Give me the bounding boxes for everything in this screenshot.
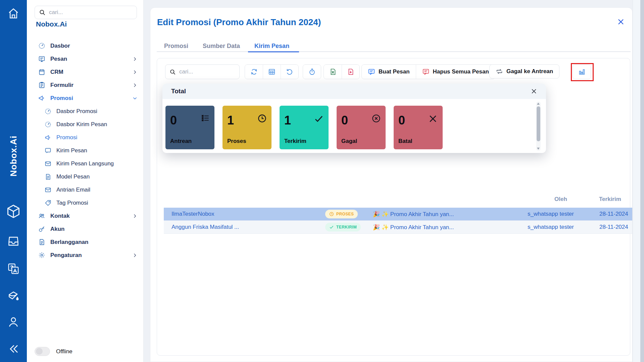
gagal-ke-antrean-button[interactable]: Gagal ke Antrean: [489, 64, 559, 79]
rail-brand-vertical: Nobox.Ai: [0, 114, 27, 198]
row-terkirim: 28-11-2024: [599, 211, 628, 217]
check-icon: [329, 225, 334, 229]
buat-pesan-button[interactable]: Buat Pesan: [362, 65, 416, 79]
clock-icon: [257, 114, 267, 123]
row-name[interactable]: Anggun Friska Masifatul ...: [171, 224, 239, 230]
row-oleh: s_whatsapp tester: [528, 211, 574, 217]
sidebar-nav: Dasbor Pesan CRM Formulir Promosi: [27, 39, 143, 262]
chevron-right-icon: [133, 70, 137, 74]
tab-underline: [157, 51, 631, 52]
table-search[interactable]: [165, 64, 240, 79]
excel-icon[interactable]: [324, 65, 342, 79]
page-scroll-thumb[interactable]: [640, 0, 644, 362]
document-icon: [45, 173, 51, 180]
status-badge: TERKIRIM: [325, 223, 361, 231]
table-row[interactable]: IlmaTesterNobox PROSES 🎉 ✨ Promo Akhir T…: [164, 208, 632, 221]
megaphone-icon: [38, 95, 45, 102]
megaphone-icon: [45, 134, 51, 141]
user-icon[interactable]: [7, 315, 20, 328]
row-message[interactable]: 🎉 ✨ Promo Akhir Tahun yan...: [373, 211, 454, 218]
repeat-icon: [496, 68, 503, 75]
chevron-right-icon: [133, 83, 137, 88]
stat-card-batal[interactable]: 0 Batal: [394, 106, 443, 149]
stat-card-gagal[interactable]: 0 Gagal: [337, 106, 386, 149]
column-header-terkirim[interactable]: Terkirim: [599, 196, 621, 203]
form-icon: [38, 82, 45, 89]
sidebar-search[interactable]: [35, 6, 137, 19]
table-search-input[interactable]: [179, 68, 235, 75]
tab-sumber-data[interactable]: Sumber Data: [203, 43, 240, 56]
icon-rail: Nobox.Ai: [0, 0, 27, 362]
home-icon[interactable]: [7, 7, 19, 19]
sidebar: Nobox.Ai Dasbor Pesan CRM Formulir: [27, 0, 144, 362]
sidebar-item-pesan[interactable]: Pesan: [27, 52, 143, 65]
total-popup: Total 0 Antrean 1 Proses 1 Terkirim: [162, 84, 546, 153]
sidebar-item-pengaturan[interactable]: Pengaturan: [27, 249, 143, 262]
popup-vertical-scrollbar[interactable]: [536, 102, 541, 151]
key-icon: [38, 225, 45, 232]
stopwatch-icon[interactable]: [303, 65, 321, 79]
message-actions-group: Buat Pesan Hapus Semua Pesan: [361, 64, 495, 79]
sidebar-item-dasbor[interactable]: Dasbor: [27, 39, 143, 52]
chart-button[interactable]: [573, 64, 591, 79]
page-vertical-scrollbar[interactable]: [633, 0, 644, 362]
sidebar-item-kirim-pesan-langsung[interactable]: Kirim Pesan Langsung: [27, 157, 143, 170]
popup-scroll-thumb[interactable]: [537, 106, 540, 141]
row-message[interactable]: 🎉 ✨ Promo Akhir Tahun yan...: [373, 224, 454, 231]
chevron-right-icon: [133, 253, 137, 258]
stat-card-proses[interactable]: 1 Proses: [222, 106, 271, 149]
paint-bucket-icon[interactable]: [7, 290, 20, 303]
sidebar-item-model-pesan[interactable]: Model Pesan: [27, 170, 143, 183]
tab-promosi[interactable]: Promosi: [164, 43, 188, 56]
stopwatch-group: [303, 64, 321, 79]
search-icon: [39, 9, 46, 16]
total-popup-header: Total: [162, 84, 546, 99]
pdf-icon[interactable]: [342, 65, 359, 79]
stat-card-terkirim[interactable]: 1 Terkirim: [280, 106, 329, 149]
nobox-logo-icon[interactable]: [6, 204, 21, 219]
close-icon[interactable]: [617, 18, 625, 26]
page-title: Edit Promosi (Promo Akhir Tahun 2024): [157, 17, 321, 28]
scroll-down-arrow[interactable]: [537, 148, 540, 150]
offline-toggle[interactable]: [35, 347, 50, 356]
sidebar-item-formulir[interactable]: Formulir: [27, 79, 143, 92]
stat-card-antrean[interactable]: 0 Antrean: [165, 106, 214, 149]
sidebar-item-crm[interactable]: CRM: [27, 65, 143, 79]
sidebar-item-berlangganan[interactable]: Berlangganan: [27, 236, 143, 249]
column-header-oleh[interactable]: Oleh: [554, 196, 567, 203]
document-icon: [38, 239, 45, 246]
scroll-up-arrow[interactable]: [537, 103, 540, 105]
sidebar-search-input[interactable]: [49, 9, 133, 16]
sidebar-item-akun[interactable]: Akun: [27, 222, 143, 236]
hapus-semua-pesan-button[interactable]: Hapus Semua Pesan: [416, 65, 495, 79]
translate-icon[interactable]: [7, 262, 20, 275]
close-icon[interactable]: [531, 88, 537, 95]
chevron-down-icon: [133, 96, 137, 101]
message-icon: [38, 55, 45, 62]
table-row[interactable]: Anggun Friska Masifatul ... TERKIRIM 🎉 ✨…: [164, 221, 632, 234]
search-icon: [169, 69, 176, 75]
collapse-sidebar-icon[interactable]: [7, 343, 19, 355]
tab-bar: Promosi Sumber Data Kirim Pesan: [157, 43, 289, 56]
undo-icon[interactable]: [281, 65, 298, 79]
refresh-icon[interactable]: [245, 65, 263, 79]
envelope-icon: [45, 160, 51, 167]
tag-icon: [45, 200, 51, 206]
inbox-icon[interactable]: [7, 235, 20, 248]
offline-label: Offline: [56, 348, 72, 355]
sidebar-item-dasbor-promosi[interactable]: Dasbor Promosi: [27, 105, 143, 118]
tab-kirim-pesan[interactable]: Kirim Pesan: [254, 43, 289, 56]
clipboard-icon: [38, 68, 45, 75]
sidebar-item-antrian-email[interactable]: Antrian Email: [27, 183, 143, 196]
row-oleh: s_whatsapp tester: [528, 224, 574, 230]
envelope-icon: [45, 187, 51, 193]
table-icon[interactable]: [263, 65, 281, 79]
sidebar-item-kontak[interactable]: Kontak: [27, 209, 143, 222]
sidebar-item-promosi-sub[interactable]: Promosi: [27, 131, 143, 144]
popup-title: Total: [171, 88, 186, 95]
sidebar-item-dasbor-kirim-pesan[interactable]: Dasbor Kirim Pesan: [27, 118, 143, 131]
sidebar-item-kirim-pesan[interactable]: Kirim Pesan: [27, 144, 143, 157]
sidebar-item-tag-promosi[interactable]: Tag Promosi: [27, 196, 143, 209]
sidebar-item-promosi[interactable]: Promosi: [27, 92, 143, 105]
row-name[interactable]: IlmaTesterNobox: [171, 211, 214, 217]
